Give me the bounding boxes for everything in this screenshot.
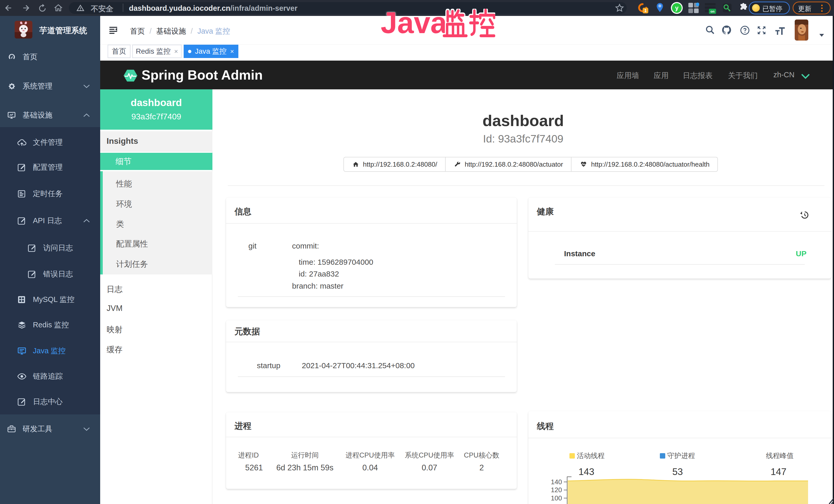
svg-text:on: on [710, 9, 715, 13]
svg-text:100: 100 [551, 494, 562, 502]
svg-text:y: y [675, 4, 679, 11]
svg-text:140: 140 [551, 478, 562, 486]
svg-text:1: 1 [644, 8, 646, 13]
svg-text:120: 120 [551, 486, 562, 494]
